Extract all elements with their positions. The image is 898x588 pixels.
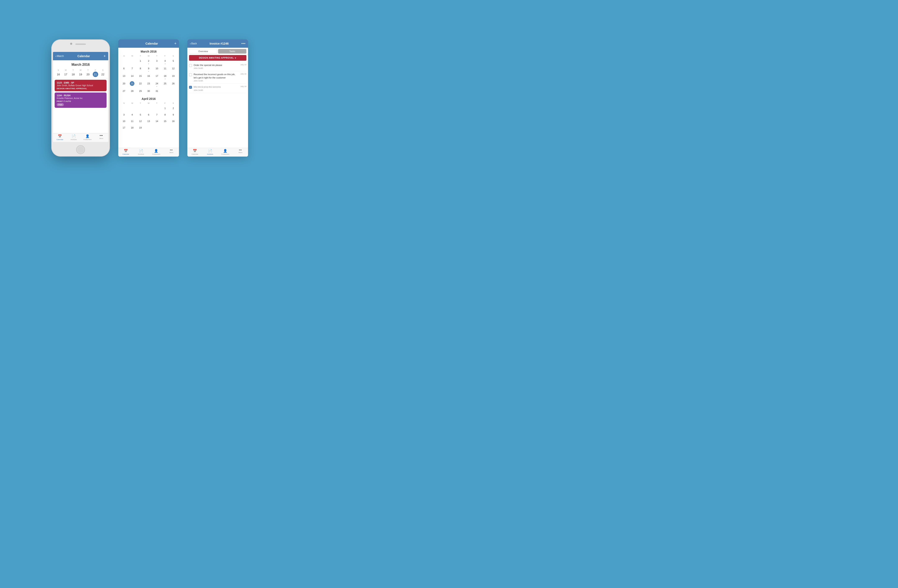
task-item-2[interactable]: Received the incorrect goods on this job… (189, 71, 246, 84)
inv-nav-back[interactable]: ‹ Back (190, 42, 197, 45)
march-day-27[interactable]: 27 (120, 88, 128, 94)
inv-inv-label: Invoices (207, 153, 213, 155)
march-day-30[interactable]: 30 (145, 88, 152, 94)
phone-invoice-2-status: PRINT // AUTO (57, 100, 105, 102)
inv-tab-invoices[interactable]: 📄 Invoices (203, 149, 218, 156)
march-day-14[interactable]: 14 (128, 73, 136, 80)
week-day-thu[interactable]: T 20 (85, 69, 92, 77)
cal-flat-tab-more[interactable]: ••• More (164, 149, 179, 156)
april-day-14[interactable]: 14 (153, 118, 161, 124)
inv-tab-customers[interactable]: 👤 Customers (218, 149, 233, 156)
week-label-s1: S (58, 69, 59, 71)
march-day-19[interactable]: 19 (169, 73, 177, 80)
march-day-20[interactable]: 20 (120, 80, 128, 88)
status-button[interactable]: DESIGN AWAITING APPROVAL ∨ (189, 55, 246, 61)
march-day-11[interactable]: 11 (161, 65, 169, 72)
week-day-sun[interactable]: S 16 (55, 69, 62, 77)
cal-flat-add[interactable]: + (174, 42, 177, 46)
march-day-23[interactable]: 23 (145, 80, 152, 88)
phone-nav-back[interactable]: ‹ March (55, 54, 64, 58)
april-day-15[interactable]: 15 (161, 118, 169, 124)
week-day-tue[interactable]: T 18 (69, 69, 77, 77)
phone-tab-customers[interactable]: 👤 Customers (81, 134, 94, 141)
inv-cal-icon: 📅 (193, 149, 197, 153)
march-day-16[interactable]: 16 (145, 73, 152, 80)
april-day-2[interactable]: 2 (169, 105, 177, 111)
march-day-12[interactable]: 12 (169, 65, 177, 72)
cal-flat-tab-calendar[interactable]: 📅 Calendar (118, 149, 134, 156)
april-day-1[interactable]: 1 (161, 105, 169, 111)
phone-tab-calendar[interactable]: 📅 Calendar (53, 134, 67, 141)
week-day-mon[interactable]: M 17 (62, 69, 69, 77)
march-day-29[interactable]: 29 (137, 88, 145, 94)
april-day-17[interactable]: 17 (120, 125, 128, 131)
cal-flat-tab-invoices[interactable]: 📄 Invoices (134, 149, 149, 156)
april-day-18[interactable]: 18 (128, 125, 136, 131)
april-day-4[interactable]: 4 (128, 112, 136, 118)
week-day-sat[interactable]: S 22 (99, 69, 106, 77)
phone-home-button[interactable] (76, 145, 85, 154)
april-day-16[interactable]: 16 (169, 118, 177, 124)
march-day-9[interactable]: 9 (145, 65, 152, 72)
april-day-9[interactable]: 9 (169, 112, 177, 118)
march-day-3[interactable]: 3 (153, 58, 161, 65)
april-day-13[interactable]: 13 (145, 118, 152, 124)
inv-tab-bar: 📅 Calendar 📄 Invoices 👤 Customers ••• Mo… (188, 148, 248, 157)
march-day-22[interactable]: 22 (137, 80, 145, 88)
phone-tab-invoices[interactable]: 📄 Invoices (67, 134, 81, 141)
march-day-15[interactable]: 15 (137, 73, 145, 80)
inv-tab-more[interactable]: ••• More (233, 149, 248, 156)
phone-tab-more[interactable]: ••• More (94, 134, 108, 141)
week-day-wed[interactable]: W 19 (77, 69, 84, 77)
cal-flat-tab-customers[interactable]: 👤 Customers (149, 149, 164, 156)
april-day-19[interactable]: 19 (137, 125, 145, 131)
overview-tab[interactable]: Overview (189, 49, 217, 54)
april-day-10[interactable]: 10 (120, 118, 128, 124)
phone-invoice-2-name: Krisette Peterson, Acme Inc (57, 97, 105, 99)
inv-ov-tasks-bar: Overview Tasks (188, 48, 248, 55)
april-day-5[interactable]: 5 (137, 112, 145, 118)
april-day-11[interactable]: 11 (128, 118, 136, 124)
cal-flat-nav: Calendar + (118, 39, 179, 48)
tasks-tab[interactable]: Tasks (218, 49, 246, 54)
phone-month-title: March 2016 (53, 60, 108, 68)
march-day-8[interactable]: 8 (137, 65, 145, 72)
march-day-13[interactable]: 13 (120, 73, 128, 80)
march-day-26[interactable]: 26 (169, 80, 177, 88)
april-day-3[interactable]: 3 (120, 112, 128, 118)
phone-nav-bar: ‹ March Calendar + (53, 52, 108, 60)
april-day-7[interactable]: 7 (153, 112, 161, 118)
inv-nav-more[interactable]: ••• (241, 42, 246, 45)
april-day-6[interactable]: 6 (145, 112, 152, 118)
march-day-17[interactable]: 17 (153, 73, 161, 80)
week-day-fri[interactable]: F 21 (92, 69, 99, 77)
march-day-2[interactable]: 2 (145, 58, 152, 65)
march-day-18[interactable]: 18 (161, 73, 169, 80)
march-day-6[interactable]: 6 (120, 65, 128, 72)
march-day-21[interactable]: 21 (128, 80, 136, 88)
task-3-checkbox[interactable] (189, 86, 192, 89)
march-day-4[interactable]: 4 (161, 58, 169, 65)
calendar-tab-icon: 📅 (58, 134, 62, 138)
march-day-1[interactable]: 1 (137, 58, 145, 65)
task-2-checkbox[interactable] (189, 73, 192, 76)
cal-flat-cust-label: Customers (152, 153, 160, 155)
march-day-31[interactable]: 31 (153, 88, 161, 94)
march-day-28[interactable]: 28 (128, 88, 136, 94)
task-item-1[interactable]: Order the special ink please John Smith … (189, 62, 246, 71)
march-days: 1 2 3 4 5 6 7 8 9 10 11 12 13 14 15 16 1 (120, 58, 177, 94)
march-day-24[interactable]: 24 (153, 80, 161, 88)
phone-invoice-1[interactable]: 1123 - EMB - SP John Smith, Buffalo Grov… (55, 80, 106, 91)
april-day-8[interactable]: 8 (161, 112, 169, 118)
task-1-checkbox[interactable] (189, 64, 192, 67)
task-2-author: John Smith (194, 80, 238, 82)
march-day-7[interactable]: 7 (128, 65, 136, 72)
phone-invoice-2[interactable]: 1104 - RUSH Krisette Peterson, Acme Inc … (55, 92, 106, 108)
march-day-5[interactable]: 5 (169, 58, 177, 65)
inv-tab-calendar[interactable]: 📅 Calendar (188, 149, 203, 156)
march-day-10[interactable]: 10 (153, 65, 161, 72)
april-day-12[interactable]: 12 (137, 118, 145, 124)
task-item-3[interactable]: Mix ink & prep the screens John Smith Ju… (189, 84, 246, 93)
march-day-25[interactable]: 25 (161, 80, 169, 88)
phone-nav-add[interactable]: + (103, 54, 106, 58)
